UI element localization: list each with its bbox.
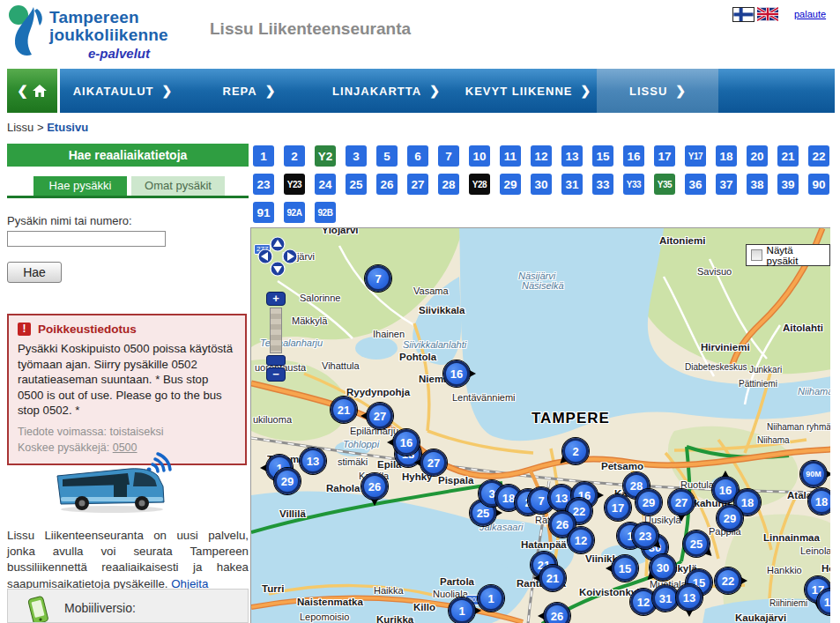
bus-marker-25[interactable]: 25	[683, 530, 710, 557]
route-button-11[interactable]: 11	[500, 145, 521, 167]
bus-marker-12[interactable]: 12	[568, 527, 594, 553]
nav-item-label: AIKATAULUT	[73, 85, 154, 98]
route-button-10[interactable]: 10	[469, 145, 490, 167]
bus-marker-7[interactable]: 7	[365, 265, 391, 292]
route-button-5[interactable]: 5	[376, 145, 398, 167]
route-button-1[interactable]: 1	[253, 145, 274, 167]
route-button-38[interactable]: 38	[747, 174, 768, 195]
route-button-33[interactable]: 33	[592, 174, 613, 195]
route-button-30[interactable]: 30	[531, 174, 552, 195]
route-button-Y17[interactable]: Y17	[685, 145, 706, 167]
route-button-23[interactable]: 23	[253, 174, 274, 195]
bus-marker-22[interactable]: 22	[715, 567, 741, 594]
bus-marker-27[interactable]: 27	[420, 449, 447, 476]
chevron-left-icon: ❮	[17, 83, 28, 99]
route-button-28[interactable]: 28	[438, 174, 459, 195]
chevron-right-icon: ❯	[265, 84, 276, 98]
bus-marker-27[interactable]: 27	[367, 403, 393, 429]
bus-marker-2[interactable]: 2	[562, 438, 589, 464]
zoom-in-button[interactable]: +	[266, 292, 286, 306]
uk-flag-icon[interactable]	[757, 7, 778, 21]
nav-home-button[interactable]: ❮	[7, 69, 57, 113]
marker-number: 13	[676, 584, 702, 611]
feedback-link[interactable]: palaute	[794, 9, 826, 19]
nav-items: AIKATAULUT❯REPA❯LINJAKARTTA❯KEVYT LIIKEN…	[60, 69, 835, 113]
bus-marker-15[interactable]: 15	[612, 555, 638, 582]
route-button-31[interactable]: 31	[561, 174, 583, 195]
map[interactable]: YlöjärviKeijärviSalorinneVasamaSiivikkal…	[250, 227, 830, 623]
route-button-Y28[interactable]: Y28	[469, 174, 490, 195]
bus-marker-31[interactable]: 31	[652, 585, 679, 612]
route-button-21[interactable]: 21	[777, 145, 799, 167]
zoom-slider-handle[interactable]	[266, 355, 286, 366]
bus-marker-30[interactable]: 30	[650, 554, 676, 581]
route-button-6[interactable]: 6	[407, 145, 428, 167]
route-button-15[interactable]: 15	[592, 145, 613, 167]
bus-marker-21[interactable]: 21	[539, 565, 566, 591]
map-pan-control[interactable]	[257, 236, 298, 277]
route-button-39[interactable]: 39	[777, 174, 799, 195]
route-button-Y33[interactable]: Y33	[623, 174, 644, 195]
bus-marker-16[interactable]: 16	[393, 429, 420, 456]
bus-marker-27[interactable]: 27	[668, 489, 695, 515]
chevron-right-icon: ❯	[675, 84, 686, 98]
route-button-91[interactable]: 91	[253, 202, 274, 223]
tab-own-stops[interactable]: Omat pysäkit	[131, 176, 225, 196]
route-button-16[interactable]: 16	[623, 145, 644, 167]
nav-item-linjakartta[interactable]: LINJAKARTTA❯	[313, 69, 459, 113]
route-button-37[interactable]: 37	[716, 174, 737, 195]
route-button-12[interactable]: 12	[531, 145, 552, 167]
route-button-90[interactable]: 90	[808, 174, 829, 195]
route-button-25[interactable]: 25	[346, 174, 367, 195]
bus-marker-26[interactable]: 26	[361, 473, 388, 500]
bus-marker-16[interactable]: 16	[443, 360, 470, 387]
bus-marker-1[interactable]: 1	[449, 597, 475, 623]
show-stops-checkbox[interactable]	[751, 249, 762, 261]
route-button-Y23[interactable]: Y23	[284, 174, 305, 195]
route-button-3[interactable]: 3	[346, 145, 367, 167]
breadcrumb-section[interactable]: Lissu	[7, 121, 33, 134]
route-button-26[interactable]: 26	[376, 174, 398, 195]
marker-number: 23	[632, 523, 658, 549]
bus-marker-29[interactable]: 29	[636, 489, 662, 515]
route-button-29[interactable]: 29	[500, 174, 521, 195]
bus-marker-29[interactable]: 29	[717, 505, 743, 531]
tab-search-stop[interactable]: Hae pysäkki	[33, 176, 127, 196]
route-button-7[interactable]: 7	[438, 145, 459, 167]
bus-marker-18[interactable]: 18	[808, 488, 830, 515]
route-button-2[interactable]: 2	[284, 145, 305, 167]
logo-line1: Tampereen	[49, 9, 168, 26]
route-button-24[interactable]: 24	[315, 174, 336, 195]
marker-number: 26	[361, 473, 388, 500]
route-button-13[interactable]: 13	[561, 145, 583, 167]
bus-marker-26[interactable]: 26	[544, 603, 570, 623]
finnish-flag-icon[interactable]	[732, 7, 755, 22]
route-button-Y35[interactable]: Y35	[654, 174, 675, 195]
logo-tagline: e-palvelut	[88, 46, 150, 61]
stop-search-input[interactable]	[7, 231, 166, 247]
route-button-92A[interactable]: 92A	[284, 202, 305, 223]
bus-marker-23[interactable]: 23	[632, 523, 658, 549]
route-button-27[interactable]: 27	[407, 174, 428, 195]
main-navigation: ❮ AIKATAULUT❯REPA❯LINJAKARTTA❯KEVYT LIIK…	[7, 69, 835, 113]
nav-item-lissu[interactable]: LISSU❯	[597, 69, 718, 113]
bus-marker-29[interactable]: 29	[274, 468, 301, 494]
route-button-20[interactable]: 20	[747, 145, 768, 167]
route-button-22[interactable]: 22	[808, 145, 829, 167]
nav-item-aikataulut[interactable]: AIKATAULUT❯	[60, 69, 185, 113]
bus-marker-12[interactable]: 12	[817, 589, 830, 615]
route-button-92B[interactable]: 92B	[315, 202, 336, 223]
zoom-out-button[interactable]: −	[266, 367, 286, 382]
route-button-17[interactable]: 17	[654, 145, 675, 167]
marker-number: 29	[636, 489, 662, 515]
bus-marker-13[interactable]: 13	[300, 448, 326, 474]
search-button[interactable]: Hae	[7, 262, 62, 283]
route-button-Y2[interactable]: Y2	[315, 145, 336, 167]
route-button-18[interactable]: 18	[716, 145, 737, 167]
route-button-36[interactable]: 36	[685, 174, 706, 195]
zoom-slider-track[interactable]	[270, 308, 282, 353]
nav-item-kevyt-liikenne[interactable]: KEVYT LIIKENNE❯	[459, 69, 597, 113]
nav-item-repa[interactable]: REPA❯	[185, 69, 313, 113]
bus-marker-13[interactable]: 13	[676, 584, 702, 611]
bus-marker-90M[interactable]: 90M	[800, 461, 827, 487]
